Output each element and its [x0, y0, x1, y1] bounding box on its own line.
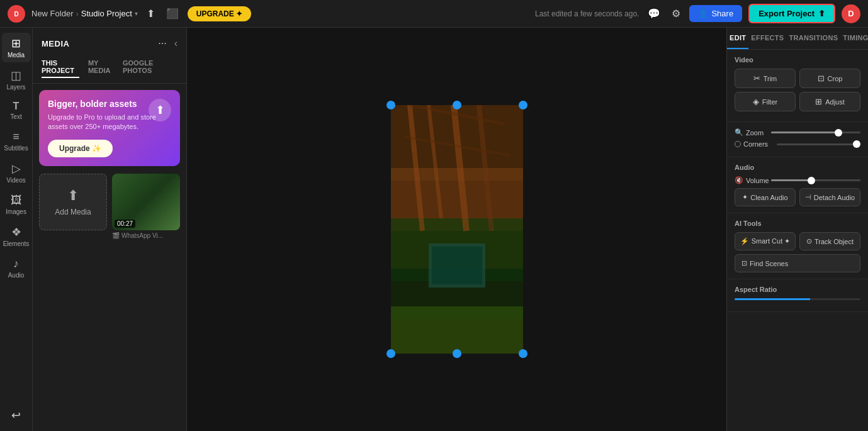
zoom-label: 🔍 Zoom [735, 128, 767, 137]
corners-row: Corners [735, 140, 860, 148]
add-media-tile[interactable]: ⬆ Add Media [39, 174, 107, 230]
smart-cut-button[interactable]: ⚡ Smart Cut ✦ [735, 232, 796, 250]
zoom-section: 🔍 Zoom Corners [727, 122, 868, 157]
sidebar-item-images[interactable]: 🖼 Images [2, 190, 31, 219]
volume-slider-thumb[interactable] [808, 177, 815, 184]
zoom-row: 🔍 Zoom [735, 128, 860, 137]
trim-button[interactable]: ✂ Trim [735, 69, 796, 88]
svg-rect-7 [391, 306, 523, 354]
subtitles-icon: ≡ [13, 130, 20, 143]
media-more-button[interactable]: ··· [155, 35, 169, 52]
export-button[interactable]: Export Project ⬆ [748, 4, 835, 23]
audio-section-title: Audio [735, 164, 860, 171]
canvas-video [391, 105, 523, 354]
upload-banner-icon: ⬆ [149, 99, 171, 121]
comments-button[interactable]: 💬 [645, 5, 663, 22]
zoom-icon: 🔍 [735, 128, 743, 137]
audio-section: Audio 🔇 Volume ✦ Clean Audio ⊣ De [727, 157, 868, 213]
tab-edit[interactable]: EDIT [727, 28, 748, 49]
media-panel-header: MEDIA ··· ‹ [33, 28, 186, 57]
handle-bottom-middle[interactable] [453, 349, 461, 358]
media-filename: 🎬 WhatsApp Vi... [112, 232, 180, 239]
tab-this-project[interactable]: THIS PROJECT [42, 57, 79, 78]
tab-effects[interactable]: EFFECTS [748, 28, 786, 49]
media-panel-close-button[interactable]: ‹ [174, 38, 178, 49]
list-item[interactable]: 00:27 🎬 WhatsApp Vi... [112, 174, 180, 239]
project-dropdown-icon[interactable]: ▾ [135, 10, 138, 17]
sidebar-item-audio[interactable]: ♪ Audio [2, 254, 31, 283]
find-scenes-button[interactable]: ⊡ Find Scenes [735, 254, 860, 272]
track-object-icon: ⊙ [806, 237, 812, 245]
find-scenes-icon: ⊡ [741, 259, 747, 267]
sidebar: ⊞ Media ◫ Layers T Text ≡ Subtitles ▷ Vi… [0, 28, 33, 431]
corners-slider-thumb[interactable] [853, 140, 860, 148]
handle-bottom-left[interactable] [386, 349, 395, 358]
zoom-slider-thumb[interactable] [835, 129, 842, 137]
add-media-label: Add Media [55, 208, 91, 216]
smart-cut-icon: ⚡ [740, 237, 749, 245]
text-icon: T [13, 101, 20, 112]
videos-icon: ▷ [12, 162, 21, 176]
volume-slider-track[interactable] [771, 179, 860, 181]
svg-rect-15 [432, 247, 482, 284]
user-avatar[interactable]: D [842, 4, 860, 23]
video-tools-row2: ◈ Filter ⊞ Adjust [735, 92, 860, 111]
filter-button[interactable]: ◈ Filter [735, 92, 796, 111]
adjust-button[interactable]: ⊞ Adjust [799, 92, 860, 111]
right-tabs: EDIT EFFECTS TRANSITIONS TIMING [727, 28, 868, 50]
upgrade-banner: ⬆ Bigger, bolder assets Upgrade to Pro t… [39, 90, 180, 166]
upgrade-button[interactable]: UPGRADE ✦ [188, 6, 251, 21]
sidebar-item-videos[interactable]: ▷ Videos [2, 158, 31, 188]
sidebar-item-label-media: Media [8, 52, 25, 59]
upgrade-banner-button[interactable]: Upgrade ✨ [48, 140, 113, 157]
aspect-ratio-bar [735, 298, 860, 300]
elements-icon: ❖ [11, 225, 21, 239]
corners-label: Corners [735, 140, 768, 148]
undo-redo-group: ↩ [9, 406, 23, 431]
add-media-icon: ⬆ [67, 188, 79, 204]
crop-button[interactable]: ⊡ Crop [799, 69, 860, 88]
video-section-title: Video [735, 56, 860, 64]
detach-audio-button[interactable]: ⊣ Detach Audio [799, 188, 860, 206]
audio-icon: ♪ [13, 257, 19, 271]
handle-top-left[interactable] [386, 101, 395, 109]
share-button[interactable]: 👤 Share [689, 5, 742, 22]
crop-icon: ⊡ [818, 74, 825, 83]
folder-name[interactable]: New Folder [31, 9, 73, 18]
sidebar-item-media[interactable]: ⊞ Media [2, 33, 31, 62]
project-name[interactable]: Studio Project [81, 9, 132, 18]
media-grid: ⬆ Add Media 00:27 🎬 WhatsApp Vi... [39, 174, 180, 239]
handle-top-right[interactable] [519, 101, 527, 109]
ai-tools-title: AI Tools [735, 220, 860, 227]
sidebar-item-layers[interactable]: ◫ Layers [2, 65, 31, 94]
screen-button[interactable]: ⬛ [164, 5, 181, 22]
media-duration: 00:27 [115, 220, 135, 228]
undo-sidebar-button[interactable]: ↩ [9, 406, 23, 425]
layers-icon: ◫ [11, 69, 21, 82]
aspect-ratio-section: Aspect Ratio [727, 279, 868, 312]
upload-button[interactable]: ⬆ [144, 5, 157, 22]
sidebar-item-text[interactable]: T Text [2, 97, 31, 124]
tab-google-photos[interactable]: GOOGLE PHOTOS [123, 57, 169, 78]
sidebar-item-label-layers: Layers [6, 84, 25, 91]
breadcrumb: New Folder › Studio Project ▾ [31, 9, 138, 18]
track-object-button[interactable]: ⊙ Track Object [799, 232, 860, 250]
canvas-video-container[interactable] [391, 105, 523, 354]
media-tabs: THIS PROJECT MY MEDIA GOOGLE PHOTOS [33, 57, 186, 84]
handle-bottom-right[interactable] [519, 349, 527, 358]
ai-tools-row1: ⚡ Smart Cut ✦ ⊙ Track Object [735, 232, 860, 250]
volume-icon: 🔇 [735, 176, 743, 184]
clean-audio-button[interactable]: ✦ Clean Audio [735, 188, 796, 206]
tab-timing[interactable]: TIMING [840, 28, 868, 49]
zoom-slider-track[interactable] [771, 132, 860, 133]
app-logo: D [8, 5, 25, 23]
settings-button[interactable]: ⚙ [669, 5, 683, 22]
corners-slider-track[interactable] [777, 143, 860, 145]
tab-transitions[interactable]: TRANSITIONS [786, 28, 840, 49]
sidebar-item-subtitles[interactable]: ≡ Subtitles [2, 126, 31, 155]
tab-my-media[interactable]: MY MEDIA [88, 57, 114, 78]
media-thumbnail[interactable]: 00:27 [112, 174, 180, 230]
sidebar-item-elements[interactable]: ❖ Elements [2, 221, 31, 251]
handle-top-middle[interactable] [453, 101, 461, 109]
filter-icon: ◈ [753, 97, 759, 106]
